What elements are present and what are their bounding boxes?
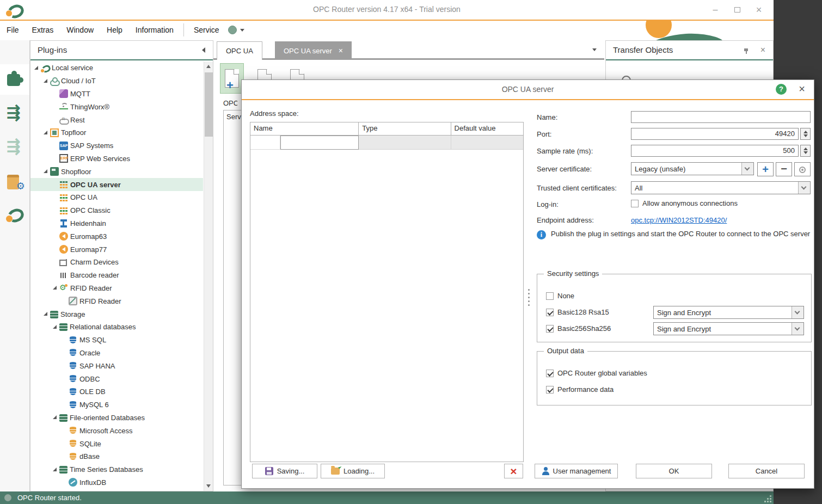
- menu-item-file[interactable]: File: [0, 23, 26, 37]
- menu-item-information[interactable]: Information: [129, 23, 180, 37]
- resize-grip[interactable]: [770, 501, 771, 502]
- tab-opc-ua-server[interactable]: OPC UA server×: [275, 41, 352, 60]
- tree-scrollbar[interactable]: [204, 62, 213, 491]
- help-icon[interactable]: ?: [776, 84, 787, 95]
- checkbox-icon[interactable]: [546, 386, 554, 394]
- tree-item-rest[interactable]: Rest: [30, 113, 203, 126]
- checkbox-icon[interactable]: [631, 200, 639, 207]
- tree-item-shopfloor[interactable]: Shopfloor: [30, 165, 203, 178]
- expander-icon[interactable]: [43, 169, 48, 174]
- tree-item-storage[interactable]: Storage: [30, 308, 203, 321]
- new-connection-button[interactable]: +: [220, 63, 244, 94]
- connection-templates-button[interactable]: [0, 132, 29, 162]
- checkbox-icon[interactable]: [546, 325, 554, 333]
- tree-item-euromap77[interactable]: Euromap77: [30, 243, 203, 256]
- sample-rate-spinner[interactable]: [800, 145, 811, 157]
- connections-button[interactable]: [0, 98, 29, 128]
- tree-item-sap-systems[interactable]: SAP Systems: [30, 139, 203, 152]
- collapse-panel-icon[interactable]: [202, 47, 205, 53]
- tree-item-oracle[interactable]: Oracle: [30, 347, 203, 360]
- tree-item-opc-ua[interactable]: OPC UA: [30, 191, 203, 204]
- tree-item-odbc[interactable]: ODBC: [30, 372, 203, 385]
- type-cell[interactable]: [359, 136, 451, 150]
- menu-item-service[interactable]: Service: [187, 23, 226, 37]
- security-basic128-checkbox[interactable]: Basic128 Rsa15: [546, 308, 609, 316]
- user-management-button[interactable]: User management: [535, 464, 618, 478]
- plugins-button[interactable]: [0, 64, 29, 95]
- menu-item-help[interactable]: Help: [100, 23, 129, 37]
- column-header-name[interactable]: Name: [250, 122, 359, 135]
- port-spinner[interactable]: [800, 128, 811, 140]
- tree-item-opc-classic[interactable]: OPC Classic: [30, 204, 203, 217]
- menu-item-extras[interactable]: Extras: [26, 23, 60, 37]
- dialog-splitter[interactable]: [527, 287, 530, 305]
- checkbox-icon[interactable]: [546, 292, 554, 300]
- allow-anonymous-checkbox[interactable]: Allow anonymous connections: [631, 199, 738, 207]
- dialog-close-icon[interactable]: ×: [799, 83, 805, 95]
- expander-icon[interactable]: [43, 78, 48, 84]
- sample-rate-input[interactable]: 500: [631, 145, 799, 157]
- scroll-up-icon[interactable]: [206, 65, 211, 68]
- tree-item-local-service[interactable]: Local service: [30, 62, 203, 75]
- trusted-certificates-select[interactable]: All: [631, 181, 811, 194]
- expander-icon[interactable]: [52, 415, 58, 420]
- cancel-button[interactable]: Cancel: [728, 464, 805, 478]
- service-status-icon[interactable]: [228, 26, 237, 34]
- minimize-button[interactable]: –: [707, 4, 723, 16]
- expander-icon[interactable]: [43, 311, 48, 317]
- name-cell-input[interactable]: [280, 136, 359, 150]
- tree-item-erp-web-services[interactable]: ERP Web Services: [30, 152, 203, 165]
- tree-item-dbase[interactable]: dBase: [30, 450, 203, 463]
- view-certificate-button[interactable]: [794, 162, 811, 176]
- column-header-type[interactable]: Type: [359, 122, 451, 135]
- tree-item-charm-devices[interactable]: Charm Devices: [30, 256, 203, 269]
- tree-item-heidenhain[interactable]: Heidenhain: [30, 217, 203, 230]
- tree-item-sqlite[interactable]: SQLite: [30, 437, 203, 450]
- expander-icon[interactable]: [52, 324, 58, 330]
- opc-router-logo-button[interactable]: [0, 199, 29, 230]
- port-input[interactable]: 49420: [631, 128, 799, 140]
- tree-item-microsoft-access[interactable]: Microsoft Access: [30, 424, 203, 437]
- close-button[interactable]: ×: [751, 4, 767, 16]
- address-space-table[interactable]: Name Type Default value: [250, 122, 524, 462]
- scroll-down-icon[interactable]: [206, 484, 211, 488]
- default-value-cell[interactable]: [451, 136, 523, 150]
- endpoint-address-link[interactable]: opc.tcp://WIN2012STD:49420/: [631, 216, 727, 224]
- checkbox-icon[interactable]: [546, 370, 554, 377]
- plugin-settings-button[interactable]: [0, 165, 29, 196]
- row-selector-cell[interactable]: [250, 136, 280, 150]
- basic128-mode-select[interactable]: Sign and Encrypt: [653, 306, 804, 319]
- tree-item-rfid-reader[interactable]: RFID Reader: [30, 294, 203, 308]
- maximize-button[interactable]: [729, 4, 745, 16]
- delete-button[interactable]: ×: [504, 464, 523, 478]
- expander-icon[interactable]: [52, 285, 58, 291]
- tab-close-icon[interactable]: ×: [339, 46, 343, 55]
- expander-icon[interactable]: [34, 65, 39, 71]
- expander-icon[interactable]: [43, 130, 48, 136]
- server-certificate-select[interactable]: Legacy (unsafe): [631, 162, 754, 175]
- menu-item-window[interactable]: Window: [60, 23, 100, 37]
- saving-button[interactable]: Saving...: [252, 464, 317, 478]
- remove-certificate-button[interactable]: −: [776, 162, 792, 176]
- transfer-panel-close-icon[interactable]: ×: [760, 45, 765, 55]
- expander-icon[interactable]: [52, 467, 58, 472]
- chevron-down-icon[interactable]: [792, 323, 803, 335]
- tree-item-topfloor[interactable]: Topfloor: [30, 126, 203, 139]
- tree-item-file-oriented-databases[interactable]: File-oriented Databases: [30, 411, 203, 425]
- pin-icon[interactable]: [744, 48, 749, 54]
- tree-item-ms-sql[interactable]: MS SQL: [30, 334, 203, 347]
- tree-item-relational-databases[interactable]: Relational databases: [30, 321, 203, 334]
- tree-item-opc-ua-server[interactable]: OPC UA server: [30, 178, 203, 191]
- tree-item-euromap63[interactable]: Euromap63: [30, 230, 203, 243]
- security-basic256-checkbox[interactable]: Basic256Sha256: [546, 324, 611, 333]
- tree-item-mqtt[interactable]: MQTT: [30, 88, 203, 101]
- tree-item-thingworx[interactable]: ThingWorx®: [30, 100, 203, 113]
- ok-button[interactable]: OK: [636, 464, 712, 478]
- basic256-mode-select[interactable]: Sign and Encrypt: [653, 322, 804, 335]
- column-header-default[interactable]: Default value: [451, 122, 523, 135]
- checkbox-icon[interactable]: [546, 309, 554, 316]
- chevron-down-icon[interactable]: [741, 163, 753, 175]
- tree-item-ole-db[interactable]: OLE DB: [30, 385, 203, 398]
- tree-item-rfid-reader[interactable]: RFID Reader: [30, 282, 203, 295]
- service-dropdown-icon[interactable]: [240, 29, 244, 32]
